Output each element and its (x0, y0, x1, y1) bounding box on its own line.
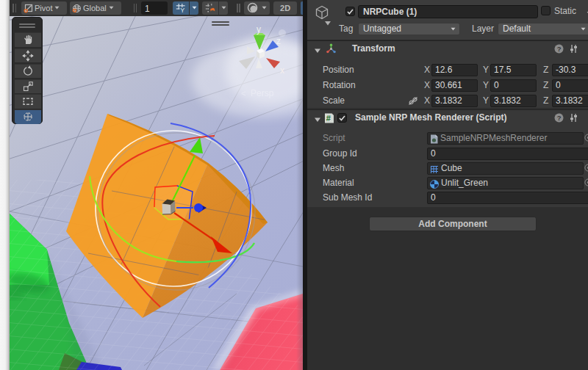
svg-text:?: ? (557, 45, 562, 53)
svg-text:z: z (276, 36, 281, 46)
svg-text:Persp: Persp (251, 88, 274, 98)
svg-text:?: ? (557, 114, 562, 122)
svg-text:#: # (326, 114, 331, 123)
svg-text:<: < (241, 89, 245, 98)
svg-text:x: x (280, 65, 284, 76)
svg-text:Y: Y (180, 7, 184, 13)
svg-text:y: y (257, 24, 261, 35)
